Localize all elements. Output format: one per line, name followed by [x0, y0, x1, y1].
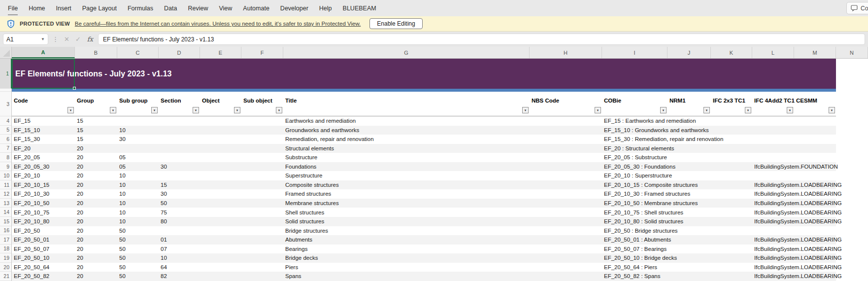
cell-group[interactable]: 20 — [77, 217, 83, 226]
cell-code[interactable]: EF_20_50 — [14, 226, 40, 236]
cell-section[interactable]: 80 — [161, 217, 167, 226]
row-header-14[interactable]: 14 — [0, 208, 11, 217]
column-header-a[interactable]: A — [12, 47, 75, 58]
cell-group[interactable]: 20 — [77, 171, 83, 180]
cell-ifc-4add2[interactable]: IfcBuildingSystem.LOADBEARING — [754, 245, 842, 254]
cell-ifc-4add2[interactable]: IfcBuildingSystem.LOADBEARING — [754, 235, 842, 245]
cell-sub-group[interactable]: 50 — [119, 245, 126, 254]
cell-code[interactable]: EF_20_50_01 — [14, 235, 49, 245]
filter-dropdown-i[interactable]: ▼ — [660, 107, 667, 113]
menu-tab-bluebeam[interactable]: BLUEBEAM — [343, 5, 376, 12]
cell-cobie[interactable]: EF_20 : Structural elements — [604, 144, 674, 153]
cell-section[interactable]: 30 — [161, 162, 167, 172]
cell-title[interactable]: Solid structures — [285, 217, 324, 226]
column-header-code[interactable]: Code — [14, 98, 28, 104]
menu-tab-review[interactable]: Review — [188, 5, 208, 12]
cell-sub-group[interactable]: 50 — [119, 272, 126, 281]
menu-tab-data[interactable]: Data — [164, 5, 177, 12]
filter-dropdown-a[interactable]: ▼ — [67, 107, 74, 113]
cell-code[interactable]: EF_20_50_07 — [14, 245, 49, 254]
cell-title[interactable]: Piers — [285, 263, 298, 272]
row-header-18[interactable]: 18 — [0, 245, 11, 254]
menu-tab-formulas[interactable]: Formulas — [128, 5, 153, 12]
cell-sub-group[interactable]: 50 — [119, 253, 126, 263]
cell-sub-group[interactable]: 10 — [119, 199, 126, 208]
menu-tab-file[interactable]: File — [8, 5, 18, 12]
enter-icon[interactable]: ✓ — [74, 35, 82, 43]
cell-title[interactable]: Spans — [285, 272, 301, 281]
filter-dropdown-j[interactable]: ▼ — [703, 107, 710, 113]
column-header-c[interactable]: C — [117, 47, 159, 58]
cell-sub-group[interactable]: 05 — [119, 162, 126, 172]
row-header-20[interactable]: 20 — [0, 263, 11, 272]
cell-title[interactable]: Groundworks and earthworks — [285, 126, 359, 135]
cell-sub-group[interactable]: 10 — [119, 208, 126, 217]
cell-cobie[interactable]: EF_20_10_50 : Membrane structures — [604, 199, 698, 208]
cell-code[interactable]: EF_20_10_15 — [14, 180, 49, 190]
cell-code[interactable]: EF_15 — [14, 116, 31, 126]
cell-group[interactable]: 15 — [77, 135, 83, 144]
cell-title[interactable]: Superstructure — [285, 171, 322, 180]
row-header-21[interactable]: 21 — [0, 272, 11, 281]
cell-section[interactable]: 82 — [161, 272, 167, 281]
cell-code[interactable]: EF_20_50_82 — [14, 272, 49, 281]
menu-tab-home[interactable]: Home — [29, 5, 45, 12]
column-header-m[interactable]: M — [794, 47, 836, 58]
column-header-nrm1[interactable]: NRM1 — [669, 98, 686, 104]
select-all-corner[interactable] — [0, 47, 12, 58]
column-header-cobie[interactable]: COBie — [604, 98, 621, 104]
cell-group[interactable]: 20 — [77, 226, 83, 236]
column-header-i[interactable]: I — [602, 47, 668, 58]
cell-code[interactable]: EF_20_05_30 — [14, 162, 49, 172]
cell-group[interactable]: 20 — [77, 208, 83, 217]
cell-ifc-4add2[interactable]: IfcBuildingSystem.LOADBEARING — [754, 199, 842, 208]
cell-title[interactable]: Framed structures — [285, 189, 331, 199]
cell-code[interactable]: EF_20_10_50 — [14, 199, 49, 208]
menu-tab-developer[interactable]: Developer — [280, 5, 308, 12]
column-header-sub-object[interactable]: Sub object — [243, 98, 272, 104]
filter-dropdown-c[interactable]: ▼ — [151, 107, 158, 113]
cell-cobie[interactable]: EF_20_50_01 : Abutments — [604, 235, 671, 245]
filter-dropdown-d[interactable]: ▼ — [193, 107, 199, 113]
cell-title[interactable]: Structural elements — [285, 144, 334, 153]
column-header-object[interactable]: Object — [202, 98, 220, 104]
cell-section[interactable]: 75 — [161, 208, 167, 217]
cell-sub-group[interactable]: 10 — [119, 171, 126, 180]
cancel-icon[interactable]: ✕ — [63, 35, 71, 43]
row-header-13[interactable]: 13 — [0, 199, 11, 208]
filter-dropdown-g[interactable]: ▼ — [522, 107, 529, 113]
filter-dropdown-b[interactable]: ▼ — [110, 107, 116, 113]
cell-cobie[interactable]: EF_20_05 : Substructure — [604, 153, 667, 162]
cell-cobie[interactable]: EF_20_50 : Bridge structures — [604, 226, 678, 236]
row-header-17[interactable]: 17 — [0, 235, 11, 245]
row-header-8[interactable]: 8 — [0, 153, 11, 162]
cell-sub-group[interactable]: 10 — [119, 180, 126, 190]
cell-cobie[interactable]: EF_20_50_64 : Piers — [604, 263, 657, 272]
cell-section[interactable]: 64 — [161, 263, 167, 272]
protected-view-message[interactable]: Be careful—files from the Internet can c… — [75, 21, 361, 27]
column-header-b[interactable]: B — [75, 47, 117, 58]
formula-input[interactable]: EF Elements/ functions - July 2023 - v1.… — [98, 34, 865, 45]
column-header-n[interactable]: N — [836, 47, 868, 58]
cell-ifc-4add2[interactable]: IfcBuildingSystem.LOADBEARING — [754, 253, 842, 263]
column-header-h[interactable]: H — [530, 47, 602, 58]
row-header-19[interactable]: 19 — [0, 253, 11, 263]
row-header-9[interactable]: 9 — [0, 162, 11, 172]
filter-dropdown-l[interactable]: ▼ — [787, 107, 793, 113]
cell-ifc-4add2[interactable]: IfcBuildingSystem.LOADBEARING — [754, 217, 842, 226]
cell-code[interactable]: EF_20_10 — [14, 171, 40, 180]
filter-dropdown-m[interactable]: ▼ — [829, 107, 835, 113]
row-header-6[interactable]: 6 — [0, 135, 11, 144]
menu-tab-help[interactable]: Help — [319, 5, 332, 12]
cell-sub-group[interactable]: 10 — [119, 189, 126, 199]
cell-cobie[interactable]: EF_20_10_75 : Shell structures — [604, 208, 683, 217]
cell-group[interactable]: 20 — [77, 253, 83, 263]
insert-function-icon[interactable]: fx — [85, 35, 95, 43]
column-header-ifc-2x3-tc1[interactable]: IFC 2x3 TC1 — [713, 98, 745, 104]
column-header-k[interactable]: K — [711, 47, 752, 58]
cell-cobie[interactable]: EF_20_10 : Superstructure — [604, 171, 672, 180]
cell-section[interactable]: 01 — [161, 235, 167, 245]
cell-ifc-4add2[interactable]: IfcBuildingSystem.FOUNDATION — [754, 162, 838, 172]
cell-section[interactable]: 50 — [161, 199, 167, 208]
cell-group[interactable]: 15 — [77, 116, 83, 126]
